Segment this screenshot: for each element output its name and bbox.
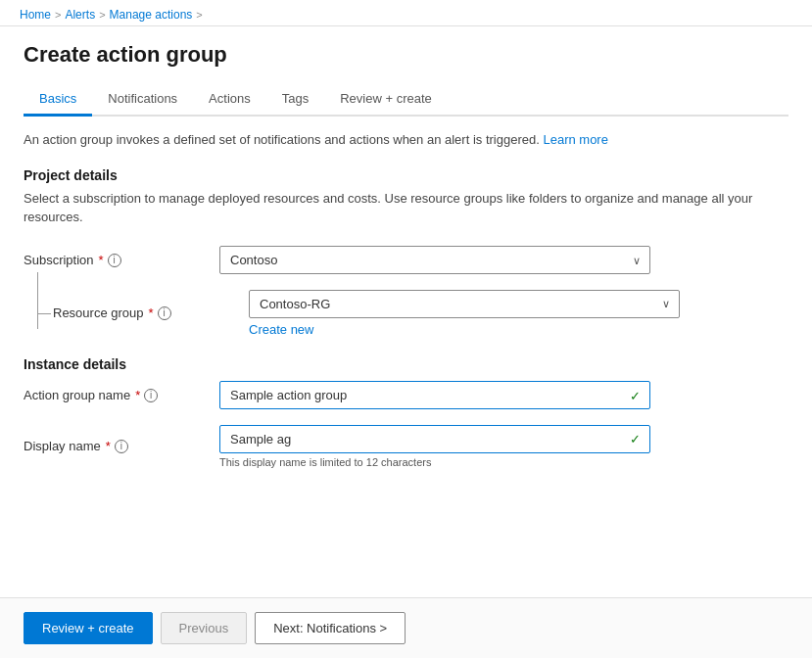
page-container: Home > Alerts > Manage actions > Create … xyxy=(0,0,812,658)
tab-review-create[interactable]: Review + create xyxy=(324,83,448,117)
subscription-label: Subscription xyxy=(24,253,94,267)
display-name-row: Display name * i ✓ This display name is … xyxy=(24,425,788,468)
resource-group-row: Resource group * i Contoso-RG ∨ Create n… xyxy=(24,290,788,337)
resource-group-info-icon[interactable]: i xyxy=(158,306,171,320)
action-group-name-info-icon[interactable]: i xyxy=(144,389,158,402)
breadcrumb-home[interactable]: Home xyxy=(20,8,51,22)
subscription-required: * xyxy=(99,253,104,267)
action-group-name-label-container: Action group name * i xyxy=(24,388,219,402)
breadcrumb-sep-3: > xyxy=(196,9,202,21)
display-name-input-wrapper: ✓ xyxy=(219,425,650,453)
learn-more-link[interactable]: Learn more xyxy=(543,132,607,147)
display-name-label: Display name xyxy=(24,439,101,453)
subscription-row: Subscription * i Contoso ∨ xyxy=(24,243,788,278)
page-title: Create action group xyxy=(24,42,788,68)
action-group-name-required: * xyxy=(135,388,140,402)
previous-button: Previous xyxy=(161,612,248,644)
display-name-info-icon[interactable]: i xyxy=(115,440,128,453)
action-group-name-check-icon: ✓ xyxy=(630,388,641,402)
next-button[interactable]: Next: Notifications > xyxy=(255,612,406,644)
instance-details-section: Instance details Action group name * i ✓ xyxy=(24,356,788,468)
project-details-title: Project details xyxy=(24,167,788,183)
resource-group-label-container: Resource group * i xyxy=(53,306,249,320)
display-name-required: * xyxy=(106,439,111,453)
tab-tags[interactable]: Tags xyxy=(266,83,324,117)
subscription-info-icon[interactable]: i xyxy=(108,254,121,267)
tabs-container: Basics Notifications Actions Tags Review… xyxy=(24,83,788,117)
display-name-check-icon: ✓ xyxy=(630,432,641,446)
action-group-name-label: Action group name xyxy=(24,388,130,402)
create-new-link[interactable]: Create new xyxy=(249,322,313,337)
main-content: Create action group Basics Notifications… xyxy=(0,26,812,597)
subscription-label-container: Subscription * i xyxy=(24,253,219,267)
description-body: An action group invokes a defined set of… xyxy=(24,132,540,147)
project-details-section: Project details Select a subscription to… xyxy=(24,167,788,337)
breadcrumb-sep-1: > xyxy=(55,9,61,21)
resource-group-label: Resource group xyxy=(53,306,144,320)
display-name-input[interactable] xyxy=(219,425,650,453)
footer-bar: Review + create Previous Next: Notificat… xyxy=(0,597,812,658)
resource-group-dropdown-wrapper: Contoso-RG ∨ xyxy=(249,290,680,318)
action-group-name-row: Action group name * i ✓ xyxy=(24,378,788,413)
display-name-input-container: ✓ This display name is limited to 12 cha… xyxy=(219,425,788,468)
instance-details-title: Instance details xyxy=(24,356,788,372)
breadcrumb-alerts[interactable]: Alerts xyxy=(65,8,95,22)
breadcrumb-sep-2: > xyxy=(99,9,105,21)
review-create-button[interactable]: Review + create xyxy=(24,612,153,644)
action-group-name-input-container: ✓ xyxy=(219,381,788,409)
display-name-label-container: Display name * i xyxy=(24,439,219,453)
tab-basics[interactable]: Basics xyxy=(24,83,92,117)
breadcrumb-manage-actions[interactable]: Manage actions xyxy=(110,8,193,22)
tab-notifications[interactable]: Notifications xyxy=(92,83,193,117)
resource-group-dropdown[interactable]: Contoso-RG xyxy=(249,290,680,318)
subscription-dropdown[interactable]: Contoso xyxy=(219,246,650,274)
subscription-input-container: Contoso ∨ xyxy=(219,246,788,274)
project-details-desc: Select a subscription to manage deployed… xyxy=(24,189,788,227)
resource-group-required: * xyxy=(149,306,154,320)
resource-group-input-container: Contoso-RG ∨ Create new xyxy=(249,290,788,337)
description-text: An action group invokes a defined set of… xyxy=(24,130,788,150)
display-name-hint: This display name is limited to 12 chara… xyxy=(219,456,788,468)
action-group-name-input-wrapper: ✓ xyxy=(219,381,650,409)
action-group-name-input[interactable] xyxy=(219,381,650,409)
breadcrumb: Home > Alerts > Manage actions > xyxy=(0,0,812,26)
subscription-dropdown-wrapper: Contoso ∨ xyxy=(219,246,650,274)
tab-actions[interactable]: Actions xyxy=(193,83,266,117)
